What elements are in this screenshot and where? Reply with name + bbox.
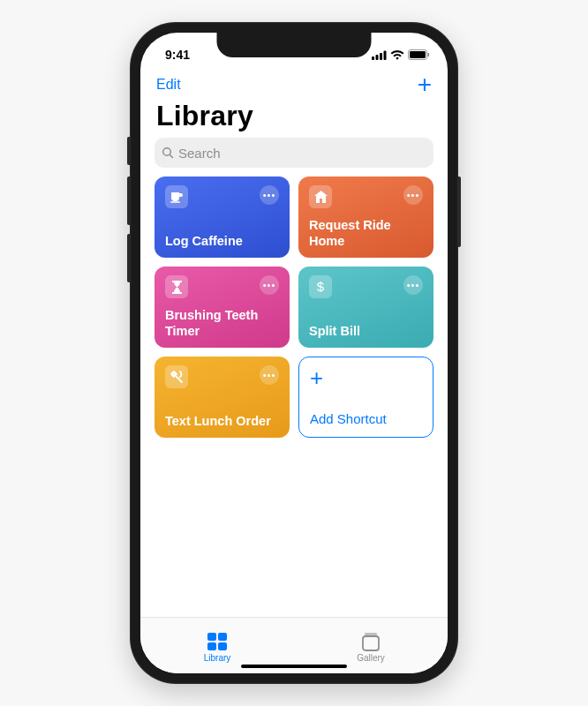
search-input[interactable]: Search <box>155 138 433 168</box>
tab-label: Gallery <box>357 653 385 663</box>
notch <box>217 33 372 57</box>
mug-icon <box>165 185 188 208</box>
plus-icon: + <box>310 366 422 389</box>
svg-text:$: $ <box>317 280 325 294</box>
svg-line-8 <box>170 155 173 158</box>
more-icon[interactable]: ••• <box>403 185 423 205</box>
svg-rect-0 <box>372 56 374 60</box>
spacer <box>140 438 448 617</box>
svg-rect-15 <box>365 633 377 635</box>
svg-rect-6 <box>428 53 430 57</box>
tile-label: Text Lunch Order <box>165 413 279 429</box>
shortcut-tile-brushing-timer[interactable]: ••• Brushing Teeth Timer <box>155 267 290 348</box>
shortcut-tile-lunch-order[interactable]: ••• Text Lunch Order <box>155 357 290 438</box>
svg-rect-11 <box>207 633 216 641</box>
svg-rect-12 <box>218 633 227 641</box>
tile-label: Add Shortcut <box>310 411 422 428</box>
add-button[interactable]: + <box>418 72 432 97</box>
svg-rect-1 <box>376 55 379 60</box>
more-icon[interactable]: ••• <box>260 275 279 295</box>
svg-rect-5 <box>410 51 426 58</box>
search-placeholder: Search <box>178 146 221 161</box>
edit-button[interactable]: Edit <box>156 77 181 93</box>
tile-label: Split Bill <box>309 323 423 339</box>
home-indicator[interactable] <box>241 665 347 668</box>
more-icon[interactable]: ••• <box>260 185 279 205</box>
nav-bar: Edit + <box>140 68 448 98</box>
shortcut-tile-split-bill[interactable]: $ ••• Split Bill <box>298 267 433 348</box>
tile-label: Request Ride Home <box>309 217 423 249</box>
battery-icon <box>408 49 430 60</box>
home-icon <box>309 185 332 208</box>
tab-label: Library <box>204 653 231 663</box>
more-icon[interactable]: ••• <box>403 275 423 295</box>
power-button <box>458 176 461 247</box>
shortcut-tile-log-caffeine[interactable]: ••• Log Caffeine <box>155 176 290 258</box>
svg-rect-2 <box>380 53 382 60</box>
svg-rect-16 <box>363 636 379 650</box>
utensils-icon <box>165 365 188 388</box>
svg-rect-3 <box>384 50 387 60</box>
status-right <box>372 49 430 60</box>
screen: 9:41 Edit + Library Search <box>140 33 448 673</box>
signal-icon <box>372 50 387 60</box>
timer-icon <box>165 275 188 298</box>
more-icon[interactable]: ••• <box>260 365 279 385</box>
gallery-tab-icon <box>361 632 381 651</box>
status-time: 9:41 <box>165 48 190 62</box>
tile-label: Brushing Teeth Timer <box>165 307 279 339</box>
shortcut-tile-request-ride[interactable]: ••• Request Ride Home <box>298 176 433 258</box>
add-shortcut-tile[interactable]: + Add Shortcut <box>298 357 433 438</box>
search-icon <box>162 146 174 159</box>
library-tab-icon <box>207 632 228 651</box>
phone-frame: 9:41 Edit + Library Search <box>130 22 458 684</box>
dollar-icon: $ <box>309 275 332 298</box>
tile-label: Log Caffeine <box>165 233 279 249</box>
svg-rect-9 <box>170 201 180 202</box>
svg-rect-13 <box>207 642 216 650</box>
wifi-icon <box>390 50 404 60</box>
svg-rect-14 <box>218 642 227 650</box>
page-title: Library <box>140 98 448 138</box>
shortcut-grid: ••• Log Caffeine ••• Request Ride Home <box>140 176 448 438</box>
